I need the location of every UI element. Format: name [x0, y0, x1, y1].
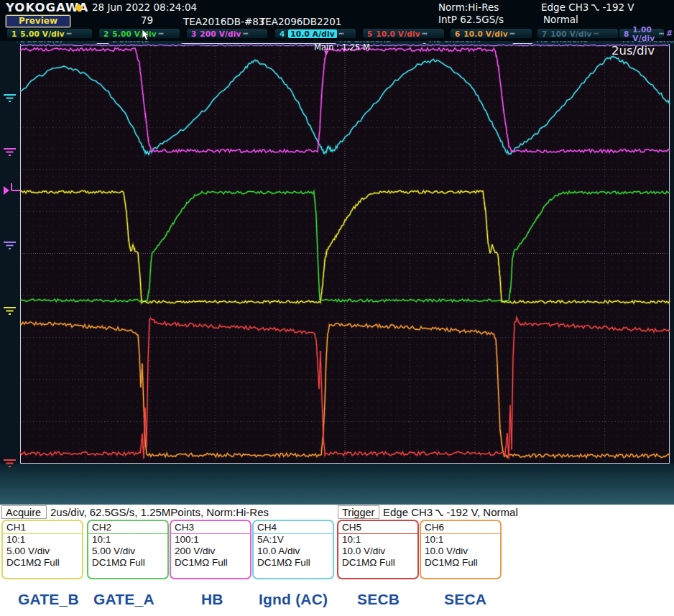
coupling-icon: ⎓	[510, 29, 515, 37]
coupling-impedance: DC1MΩ Full	[338, 557, 417, 569]
trigger-summary: Edge CH3-192 V	[541, 1, 634, 14]
coupling-impedance: DC1MΩ Full	[171, 557, 250, 569]
counter-value: 79	[141, 14, 153, 26]
bottom-bezel-gradient	[0, 464, 674, 505]
vertical-scale: 10.0 A/div	[254, 546, 333, 557]
annotation-secb: SECB	[357, 591, 400, 608]
channel-badge-4[interactable]: 410.0 A/div⎓	[275, 29, 356, 38]
vertical-scale: 10.0 V/div	[421, 546, 500, 557]
vertical-scale: 5.00 V/div	[3, 546, 82, 557]
record-length-bar: Main : 1.25 M	[314, 42, 370, 52]
channel-box-ch3[interactable]: CH3100:1200 V/divDC1MΩ Full	[170, 520, 251, 579]
annotation-ignd-ac-: Ignd (AC)	[259, 591, 328, 608]
coupling-impedance: DC1MΩ Full	[254, 557, 333, 569]
acquisition-mode: Norm:Hi-Res	[438, 1, 499, 13]
falling-edge-icon	[591, 2, 600, 14]
probe-ratio: 100:1	[171, 534, 250, 546]
trigger-position-icon[interactable]: ▼	[324, 50, 328, 56]
coupling-icon: ⎓	[594, 29, 599, 37]
probe-ratio: 10:1	[338, 534, 417, 546]
channel-box-title: CH2	[88, 521, 167, 534]
oscilloscope-screen: YOKOGAWA ◆ 28 Jun 2022 08:24:04 Norm:Hi-…	[0, 0, 674, 616]
annotation-gate-a: GATE_A	[93, 591, 154, 608]
channel-box-ch2[interactable]: CH210:15.00 V/divDC1MΩ Full	[87, 520, 169, 579]
channel-box-ch4[interactable]: CH45A:1V10.0 A/divDC1MΩ Full	[252, 520, 334, 579]
device-label-2: TEA2096DB2201	[259, 16, 341, 27]
acquire-settings: 2us/div, 62.5GS/s, 1.25MPoints, Norm:Hi-…	[50, 506, 269, 518]
falling-edge-icon	[435, 507, 444, 519]
vertical-scale: 200 V/div	[171, 546, 250, 557]
channel-box-ch1[interactable]: CH110:15.00 V/divDC1MΩ Full	[1, 520, 83, 579]
channel-badge-2[interactable]: 25.00 V/div⎓	[99, 29, 180, 38]
sample-rate: IntP 62.5GS/s	[438, 14, 504, 25]
channel-box-title: CH3	[171, 521, 250, 534]
probe-ratio: 10:1	[88, 534, 167, 546]
channel-box-ch5[interactable]: CH510:110.0 V/divDC1MΩ Full	[337, 520, 419, 579]
annotation-gate-b: GATE_B	[18, 591, 79, 608]
coupling-icon: ⎓	[423, 29, 428, 37]
channel-badge-6[interactable]: 610.0 V/div⎓	[451, 29, 532, 38]
timebase-readout: 2us/div	[611, 44, 655, 58]
status-row: Acquire 2us/div, 62.5GS/s, 1.25MPoints, …	[0, 505, 674, 520]
coupling-impedance: DC1MΩ Full	[88, 557, 167, 569]
acquire-label: Acquire	[1, 505, 47, 519]
channel-badge-8[interactable]: 81.00 V/div⎓	[619, 29, 664, 38]
channel-badge-3[interactable]: 3200 V/div⎓	[187, 29, 267, 38]
channel-box-title: CH5	[338, 521, 417, 534]
channel-box-title: CH1	[3, 521, 82, 534]
trigger-label: Trigger	[338, 505, 379, 519]
device-label-1: TEA2016DB-#83	[183, 16, 264, 27]
coupling-icon: ⎓	[244, 29, 249, 37]
channel-box-title: CH6	[421, 521, 500, 534]
channel-badge-7[interactable]: 7100 V/div⎓	[537, 29, 618, 38]
coupling-impedance: DC1MΩ Full	[3, 557, 82, 569]
channel-badge-1[interactable]: 15.00 V/div⎓	[7, 29, 92, 38]
preview-button[interactable]: Preview	[6, 15, 70, 27]
yokogawa-diamond-icon: ◆	[75, 1, 83, 14]
coupling-icon: ⎓	[159, 29, 164, 37]
waveform-display	[0, 41, 674, 505]
trigger-settings: Edge CH3-192 V, Normal	[383, 506, 518, 519]
probe-ratio: 10:1	[3, 534, 82, 546]
probe-ratio: 5A:1V	[254, 534, 333, 546]
probe-ratio: 10:1	[421, 534, 500, 546]
trigger-mode: Normal	[543, 14, 578, 25]
coupling-icon: ⎓	[339, 29, 344, 37]
channel-box-ch6[interactable]: CH610:110.0 V/divDC1MΩ Full	[420, 520, 502, 579]
annotation-hb: HB	[201, 591, 223, 608]
ch8-hash-indicator: #	[666, 29, 673, 38]
channel-box-title: CH4	[254, 521, 333, 534]
mouse-cursor-icon	[142, 29, 152, 41]
coupling-icon: ⎓	[659, 29, 664, 37]
vertical-scale: 5.00 V/div	[88, 546, 167, 557]
channel-badge-5[interactable]: 510.0 V/div⎓	[363, 29, 444, 38]
coupling-icon: ⎓	[67, 29, 72, 37]
coupling-impedance: DC1MΩ Full	[421, 557, 500, 569]
datetime: 28 Jun 2022 08:24:04	[92, 1, 197, 13]
vertical-scale: 10.0 V/div	[338, 546, 417, 557]
annotation-seca: SECA	[444, 591, 486, 608]
